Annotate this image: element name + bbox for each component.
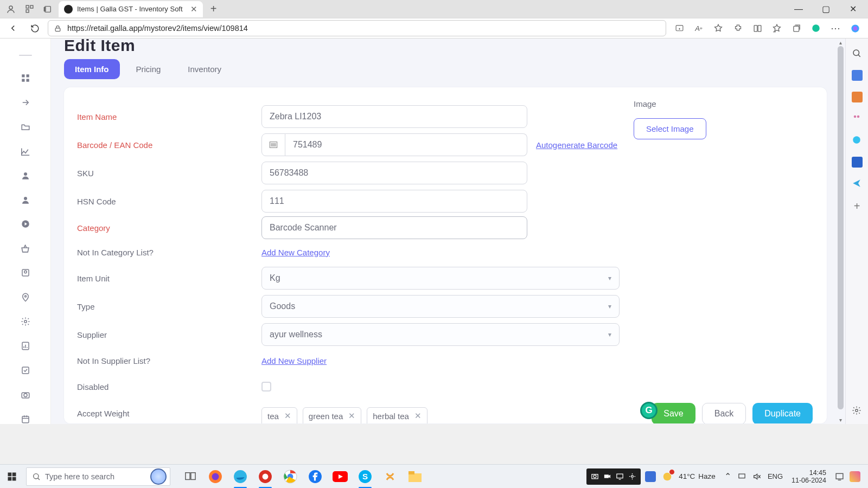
chip-remove-icon[interactable]: ✕: [414, 411, 422, 421]
side-tools-icon[interactable]: [852, 92, 863, 102]
select-image-button[interactable]: Select Image: [634, 118, 706, 139]
sidebar-basket-icon[interactable]: [20, 243, 31, 254]
tab-inventory[interactable]: Inventory: [177, 59, 232, 79]
tray-notification-icon[interactable]: [835, 472, 844, 481]
sidebar-user-icon[interactable]: [20, 170, 31, 181]
facebook-icon[interactable]: [307, 468, 323, 485]
camera-tray-icon[interactable]: [591, 472, 599, 480]
taskbar-search[interactable]: Type here to search: [26, 467, 170, 486]
tray-cast-icon[interactable]: [738, 472, 746, 480]
tray-clock[interactable]: 14:45 11-06-2024: [792, 469, 826, 484]
sidebar-settings-icon[interactable]: [20, 317, 31, 327]
tab-actions-icon[interactable]: [40, 2, 55, 17]
collections-icon[interactable]: [788, 20, 805, 37]
category-input[interactable]: Barcode Scanner: [261, 216, 527, 239]
add-new-supplier-link[interactable]: Add New Supplier: [261, 356, 327, 365]
side-add-icon[interactable]: +: [852, 200, 863, 211]
address-bar[interactable]: https://retail.galla.app/mystorev2/items…: [48, 20, 666, 36]
tag-chip[interactable]: herbal tea✕: [367, 407, 427, 423]
chip-remove-icon[interactable]: ✕: [284, 411, 291, 421]
sidebar-play-icon[interactable]: [20, 219, 31, 229]
record-icon[interactable]: [257, 468, 273, 485]
chrome-icon[interactable]: [282, 468, 298, 485]
sidebar-user2-icon[interactable]: [20, 195, 31, 205]
sidebar-calendar-icon[interactable]: [20, 414, 31, 424]
sidebar-location-icon[interactable]: [20, 292, 31, 303]
copilot-icon[interactable]: [846, 20, 864, 37]
side-edge-icon[interactable]: [852, 135, 863, 146]
refresh-button[interactable]: [26, 20, 43, 37]
sku-input[interactable]: 56783488: [261, 162, 527, 184]
window-close-button[interactable]: ✕: [841, 1, 865, 17]
taskview-icon[interactable]: [182, 468, 199, 485]
more-button[interactable]: ⋯: [827, 20, 844, 37]
app1-icon[interactable]: [382, 468, 398, 485]
supplier-select[interactable]: ayur wellness▾: [261, 323, 620, 346]
sidebar-reports-icon[interactable]: [20, 341, 31, 351]
sidebar-dashboard-icon[interactable]: [20, 73, 31, 84]
favorite-icon[interactable]: [710, 20, 727, 37]
video-tray-icon[interactable]: [603, 472, 611, 480]
sidebar-folder-icon[interactable]: [20, 121, 31, 132]
sidebar-camera-icon[interactable]: [20, 389, 31, 400]
start-button[interactable]: [0, 465, 24, 489]
read-aloud-icon[interactable]: A»: [690, 20, 707, 37]
add-new-category-link[interactable]: Add New Category: [261, 248, 330, 257]
sidebar-stock-icon[interactable]: [20, 146, 31, 156]
grammarly-badge-icon[interactable]: G: [640, 402, 658, 419]
explorer-icon[interactable]: [407, 468, 423, 485]
tray-volume-icon[interactable]: [752, 472, 761, 481]
window-maximize-button[interactable]: ▢: [814, 1, 838, 17]
tray-assist-icon[interactable]: [850, 471, 860, 482]
type-select[interactable]: Goods▾: [261, 295, 620, 318]
tray-weather-icon[interactable]: [661, 471, 673, 483]
browser-tab[interactable]: Items | Galla GST - Inventory Soft ✕: [59, 1, 203, 17]
duplicate-button[interactable]: Duplicate: [752, 403, 813, 423]
save-button[interactable]: Save: [652, 403, 695, 423]
barcode-input[interactable]: 751489: [285, 133, 527, 156]
side-outlook-icon[interactable]: [852, 157, 863, 168]
side-send-icon[interactable]: [852, 178, 863, 189]
side-search-icon[interactable]: [852, 48, 863, 59]
tab-pricing[interactable]: Pricing: [125, 59, 172, 79]
tray-app-icon[interactable]: [645, 471, 656, 482]
new-tab-button[interactable]: +: [206, 2, 221, 17]
gear-tray-icon[interactable]: [628, 472, 636, 480]
sidebar-check-icon[interactable]: [20, 365, 31, 375]
disabled-checkbox[interactable]: [261, 382, 271, 391]
youtube-icon[interactable]: [332, 468, 348, 485]
tag-chip[interactable]: tea✕: [261, 407, 297, 423]
edge-icon[interactable]: [232, 468, 248, 485]
chip-remove-icon[interactable]: ✕: [348, 411, 355, 421]
skype-icon[interactable]: S: [357, 468, 373, 485]
tray-lang[interactable]: ENG: [768, 472, 783, 480]
tag-chip[interactable]: green tea✕: [303, 407, 361, 423]
scroll-down-arrow[interactable]: ▾: [837, 417, 844, 423]
firefox-icon[interactable]: [207, 468, 224, 485]
split-screen-icon[interactable]: [749, 20, 766, 37]
side-shopping-icon[interactable]: [852, 70, 863, 81]
close-tab-button[interactable]: ✕: [190, 4, 197, 14]
tray-chevron-up-icon[interactable]: ⌃: [724, 471, 731, 481]
barcode-prefix-icon[interactable]: [261, 133, 285, 156]
window-minimize-button[interactable]: ―: [787, 1, 810, 17]
side-settings-icon[interactable]: [852, 406, 863, 416]
tab-item-info[interactable]: Item Info: [64, 59, 120, 79]
screen-tray-icon[interactable]: [616, 472, 624, 480]
weather-widget[interactable]: 41°C Haze: [679, 472, 716, 480]
sidebar-collapse-handle[interactable]: [19, 55, 32, 56]
sidebar-contact-icon[interactable]: [20, 268, 31, 278]
autogenerate-barcode-link[interactable]: Autogenerate Barcode: [536, 140, 617, 150]
favorites-hub-icon[interactable]: [768, 20, 786, 37]
back-page-button[interactable]: Back: [702, 403, 746, 423]
scrollbar-thumb[interactable]: [838, 46, 844, 409]
hsn-input[interactable]: 111: [261, 190, 527, 213]
sidebar-forward-icon[interactable]: [20, 98, 31, 108]
profile-icon[interactable]: [3, 2, 18, 17]
extensions-icon[interactable]: [729, 20, 746, 37]
item-name-input[interactable]: Zebra LI1203: [261, 105, 527, 128]
back-button[interactable]: [4, 20, 22, 37]
item-unit-select[interactable]: Kg▾: [261, 267, 620, 290]
grammarly-ext-icon[interactable]: [807, 20, 825, 37]
app-available-icon[interactable]: [671, 20, 688, 37]
